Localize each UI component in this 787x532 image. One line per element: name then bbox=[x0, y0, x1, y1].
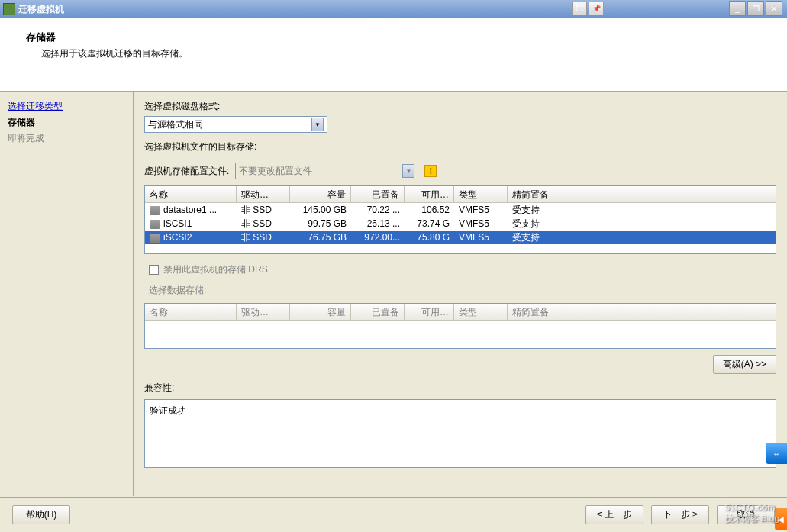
drs-checkbox-label: 禁用此虚拟机的存储 DRS bbox=[163, 263, 268, 276]
disk-format-dropdown[interactable]: 与源格式相同 ▼ bbox=[144, 116, 327, 133]
profile-dropdown[interactable]: 不要更改配置文件 ▼ bbox=[235, 163, 418, 179]
next-button[interactable]: 下一步 ≥ bbox=[651, 505, 709, 524]
side-arrow-icon[interactable]: ◀ bbox=[775, 508, 787, 530]
sidebar-step-storage: 存储器 bbox=[8, 114, 125, 131]
drs-checkbox[interactable] bbox=[149, 265, 159, 275]
col-name[interactable]: 名称 bbox=[145, 186, 237, 202]
datastore-icon bbox=[150, 234, 160, 243]
chevron-down-icon: ▼ bbox=[402, 164, 414, 178]
close-button[interactable]: ✕ bbox=[766, 1, 782, 16]
cancel-button[interactable]: 取消 bbox=[717, 505, 775, 524]
profile-value: 不要更改配置文件 bbox=[239, 165, 312, 178]
warning-icon: ! bbox=[424, 165, 437, 177]
titlebar: 迁移虚拟机 ⛶ 📌 _ ❐ ✕ bbox=[0, 0, 787, 18]
table-row[interactable]: iSCSI1 非 SSD 99.75 GB 26.13 ... 73.74 G … bbox=[145, 217, 776, 231]
app-icon bbox=[3, 3, 15, 15]
back-button[interactable]: ≤ 上一步 bbox=[585, 505, 643, 524]
chevron-down-icon: ▼ bbox=[311, 118, 324, 131]
button-bar: 帮助(H) ≤ 上一步 下一步 ≥ 取消 bbox=[0, 497, 787, 532]
compat-label: 兼容性: bbox=[144, 382, 776, 395]
col-capacity[interactable]: 容量 bbox=[290, 186, 351, 202]
drs-checkbox-row: 禁用此虚拟机的存储 DRS bbox=[149, 263, 776, 276]
advanced-row: 高级(A) >> bbox=[144, 355, 776, 374]
wizard-sidebar: 选择迁移类型 存储器 即将完成 bbox=[0, 92, 134, 496]
page-subtitle: 选择用于该虚拟机迁移的目标存储。 bbox=[41, 47, 772, 60]
col-drive[interactable]: 驱动… bbox=[237, 186, 290, 202]
advanced-button[interactable]: 高级(A) >> bbox=[713, 355, 776, 374]
titlebar-text: 迁移虚拟机 bbox=[18, 3, 784, 16]
window-controls: _ ❐ ✕ bbox=[729, 1, 782, 16]
secondary-datastore-table: 名称 驱动… 容量 已置备 可用… 类型 精简置备 bbox=[144, 303, 776, 349]
content-area: 选择迁移类型 存储器 即将完成 选择虚拟磁盘格式: 与源格式相同 ▼ 选择虚拟机… bbox=[0, 92, 787, 496]
table-row-selected[interactable]: iSCSI2 非 SSD 76.75 GB 972.00... 75.80 G … bbox=[145, 231, 776, 244]
disk-format-value: 与源格式相同 bbox=[148, 118, 203, 131]
page-title: 存储器 bbox=[26, 31, 772, 44]
wizard-header: 存储器 选择用于该虚拟机迁移的目标存储。 bbox=[0, 18, 787, 92]
col-provisioned[interactable]: 已置备 bbox=[351, 186, 405, 202]
second-table-label: 选择数据存储: bbox=[149, 284, 776, 297]
sidebar-step-finish: 即将完成 bbox=[8, 131, 125, 147]
minimize-button[interactable]: _ bbox=[729, 1, 746, 16]
main-panel: 选择虚拟磁盘格式: 与源格式相同 ▼ 选择虚拟机文件的目标存储: 虚拟机存储配置… bbox=[134, 92, 787, 496]
profile-label: 虚拟机存储配置文件: bbox=[144, 165, 229, 178]
teamviewer-icon[interactable]: ↔ bbox=[766, 443, 787, 464]
disk-format-label: 选择虚拟磁盘格式: bbox=[144, 100, 776, 113]
pin-icon[interactable]: 📌 bbox=[589, 2, 604, 15]
compat-text: 验证成功 bbox=[150, 405, 186, 416]
fullscreen-icon[interactable]: ⛶ bbox=[572, 2, 587, 15]
help-button[interactable]: 帮助(H) bbox=[12, 505, 70, 524]
compat-box: 验证成功 bbox=[144, 399, 776, 468]
secondary-table-header: 名称 驱动… 容量 已置备 可用… 类型 精简置备 bbox=[145, 304, 776, 321]
target-storage-label: 选择虚拟机文件的目标存储: bbox=[144, 140, 776, 153]
datastore-table-header: 名称 驱动… 容量 已置备 可用… 类型 精简置备 bbox=[145, 186, 776, 203]
sidebar-step-migration-type[interactable]: 选择迁移类型 bbox=[8, 98, 125, 114]
profile-row: 虚拟机存储配置文件: 不要更改配置文件 ▼ ! bbox=[144, 163, 776, 179]
datastore-icon bbox=[150, 220, 160, 229]
nav-button-group: ≤ 上一步 下一步 ≥ 取消 bbox=[585, 505, 775, 524]
datastore-icon bbox=[150, 206, 160, 215]
titlebar-pin-controls: ⛶ 📌 bbox=[572, 2, 604, 15]
table-row[interactable]: datastore1 ... 非 SSD 145.00 GB 70.22 ...… bbox=[145, 203, 776, 217]
datastore-table: 名称 驱动… 容量 已置备 可用… 类型 精简置备 datastore1 ...… bbox=[144, 185, 776, 254]
col-type[interactable]: 类型 bbox=[454, 186, 508, 202]
col-available[interactable]: 可用… bbox=[405, 186, 454, 202]
maximize-button[interactable]: ❐ bbox=[747, 1, 764, 16]
col-thin[interactable]: 精简置备 bbox=[508, 186, 776, 202]
